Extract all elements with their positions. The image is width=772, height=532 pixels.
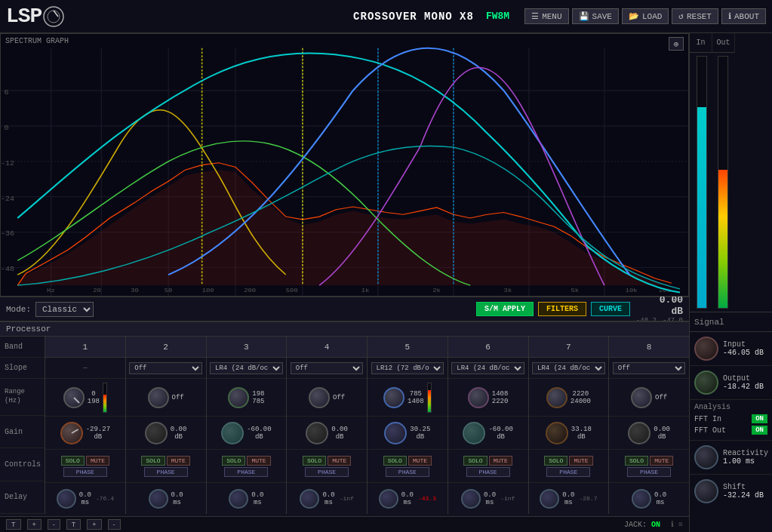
band-3-mute[interactable]: MUTE — [247, 456, 270, 466]
band-5-delay-knob[interactable] — [379, 489, 398, 509]
band-7-slope-select[interactable]: LR4 (24 dB/oct) Off — [532, 362, 605, 374]
band-8-delay: 0.0 ms — [609, 483, 689, 514]
output-knob[interactable] — [694, 371, 718, 395]
band-4-mute[interactable]: MUTE — [328, 456, 351, 466]
filters-button[interactable]: FILTERS — [538, 302, 586, 316]
band-1-column: 1 — 0 198 — [45, 337, 126, 514]
band-3-gain-vals: -60.00 dB — [247, 426, 271, 441]
bottom-toolbar: T + - T + - JACK: ON ℹ ≡ — [0, 516, 689, 532]
spectrum-zoom-button[interactable]: ⊕ — [669, 37, 684, 51]
signal-header: Signal — [690, 312, 772, 332]
toolbar-btn-minus1[interactable]: - — [48, 519, 60, 530]
fft-out-row: FFT Out ON — [694, 426, 767, 435]
band-3-slope-select[interactable]: LR4 (24 dB/oct) Off — [210, 362, 283, 374]
band-7-header: 7 — [529, 337, 609, 358]
band-1-delay-knob[interactable] — [57, 489, 76, 509]
sm-apply-button[interactable]: S/M APPLY — [476, 302, 534, 316]
band-3-header: 3 — [207, 337, 287, 358]
band-4-phase[interactable]: PHASE — [305, 467, 349, 477]
band-5-mute[interactable]: MUTE — [408, 456, 432, 466]
band-8-phase[interactable]: PHASE — [627, 467, 671, 477]
toolbar-btn-t1[interactable]: T — [6, 519, 21, 530]
band-2-header: 2 — [126, 337, 206, 358]
band-7-mute[interactable]: MUTE — [569, 456, 592, 466]
about-button[interactable]: ℹ ABOUT — [721, 8, 766, 24]
toolbar-btn-t2[interactable]: T — [66, 519, 82, 530]
band-4-slope-select[interactable]: Off LR4 — [291, 362, 364, 374]
band-2-gain-knob[interactable] — [145, 422, 168, 444]
mode-select[interactable]: Classic Modern — [35, 302, 94, 317]
band-1-phase[interactable]: PHASE — [63, 467, 107, 477]
band-7-range-knob[interactable] — [546, 387, 567, 408]
band-2-solo[interactable]: SOLO — [141, 456, 165, 466]
shift-knob[interactable] — [694, 479, 718, 503]
band-6-column: 6 LR4 (24 dB/oct) Off 1408 2220 — [448, 337, 529, 514]
band-1-mute[interactable]: MUTE — [86, 456, 109, 466]
band-5-gain-knob[interactable] — [384, 422, 407, 444]
band-2-slope-select[interactable]: Off LR4 — [129, 362, 202, 374]
reset-button[interactable]: ↺ RESET — [672, 8, 718, 24]
band-6-gain-knob[interactable] — [463, 422, 485, 444]
band-6-slope: LR4 (24 dB/oct) Off — [448, 358, 528, 379]
band-6-slope-select[interactable]: LR4 (24 dB/oct) Off — [451, 362, 524, 374]
band-6-mute[interactable]: MUTE — [489, 456, 512, 466]
band-1-solo[interactable]: SOLO — [61, 456, 85, 466]
band-4-range-knob[interactable] — [309, 387, 330, 408]
band-3-delay-knob[interactable] — [229, 489, 248, 509]
fft-in-status[interactable]: ON — [752, 414, 767, 423]
band-6-range-knob[interactable] — [468, 387, 489, 408]
left-panel: SPECTRUM GRAPH ⊕ — [0, 33, 689, 532]
band-1-gain-knob[interactable] — [60, 422, 83, 444]
band-6-delay-knob[interactable] — [461, 489, 481, 509]
band-4-delay-knob[interactable] — [300, 489, 319, 509]
reactivity-row: Reactivity 1.00 ms — [690, 440, 772, 474]
band-6-solo[interactable]: SOLO — [463, 456, 487, 466]
band-7-phase[interactable]: PHASE — [546, 467, 590, 477]
band-7-solo[interactable]: SOLO — [544, 456, 567, 466]
band-8-slope: Off LR4 — [609, 358, 689, 379]
delay-row-label: Delay — [0, 481, 45, 514]
vu-out-meter — [714, 56, 732, 309]
logo-text: LSP — [6, 5, 42, 28]
band-2-delay-knob[interactable] — [149, 489, 168, 509]
band-4-gain-knob[interactable] — [306, 422, 328, 444]
band-5-slope-select[interactable]: LR12 (72 dB/oct) Off — [371, 362, 444, 374]
band-5-solo[interactable]: SOLO — [383, 456, 407, 466]
band-8-solo[interactable]: SOLO — [625, 456, 648, 466]
band-2-phase[interactable]: PHASE — [144, 467, 188, 477]
band-8-mute[interactable]: MUTE — [650, 456, 673, 466]
band-3-range-knob[interactable] — [228, 387, 249, 408]
reactivity-knob[interactable] — [694, 445, 718, 469]
band-6-phase[interactable]: PHASE — [466, 467, 510, 477]
svg-text:0: 0 — [4, 124, 8, 131]
band-3-phase[interactable]: PHASE — [224, 467, 268, 477]
band-8-delay-knob[interactable] — [632, 489, 651, 509]
band-8-range-knob[interactable] — [631, 387, 652, 408]
save-button[interactable]: 💾 SAVE — [572, 8, 619, 24]
menu-button[interactable]: ☰ MENU — [524, 8, 568, 24]
toolbar-btn-plus2[interactable]: + — [87, 519, 101, 530]
band-3-gain-knob[interactable] — [221, 422, 244, 444]
fft-out-status[interactable]: ON — [752, 426, 767, 435]
band-1-range-knob[interactable] — [63, 387, 85, 408]
curve-button[interactable]: CURVE — [591, 302, 630, 316]
band-4-solo[interactable]: SOLO — [303, 456, 326, 466]
band-2-mute[interactable]: MUTE — [167, 456, 190, 466]
band-2-range-knob[interactable] — [148, 387, 169, 408]
band-8-range-vals: Off — [655, 394, 667, 401]
toolbar-btn-plus1[interactable]: + — [27, 519, 42, 530]
input-knob[interactable] — [694, 337, 718, 361]
analysis-label: Analysis — [694, 403, 767, 411]
band-8-gain-knob[interactable] — [628, 422, 651, 444]
band-7-gain-knob[interactable] — [546, 422, 568, 444]
toolbar-btn-minus2[interactable]: - — [108, 519, 121, 530]
band-3-solo[interactable]: SOLO — [222, 456, 245, 466]
band-5-range-knob[interactable] — [383, 387, 404, 408]
band-7-delay-knob[interactable] — [540, 489, 559, 509]
band-8-slope-select[interactable]: Off LR4 — [613, 362, 686, 374]
band-5-phase[interactable]: PHASE — [386, 467, 429, 477]
load-button[interactable]: 📂 LOAD — [622, 8, 669, 24]
band-4-controls: SOLO MUTE PHASE — [287, 450, 367, 483]
band-2-slope: Off LR4 — [126, 358, 206, 379]
vu-area: In Out — [690, 33, 772, 312]
